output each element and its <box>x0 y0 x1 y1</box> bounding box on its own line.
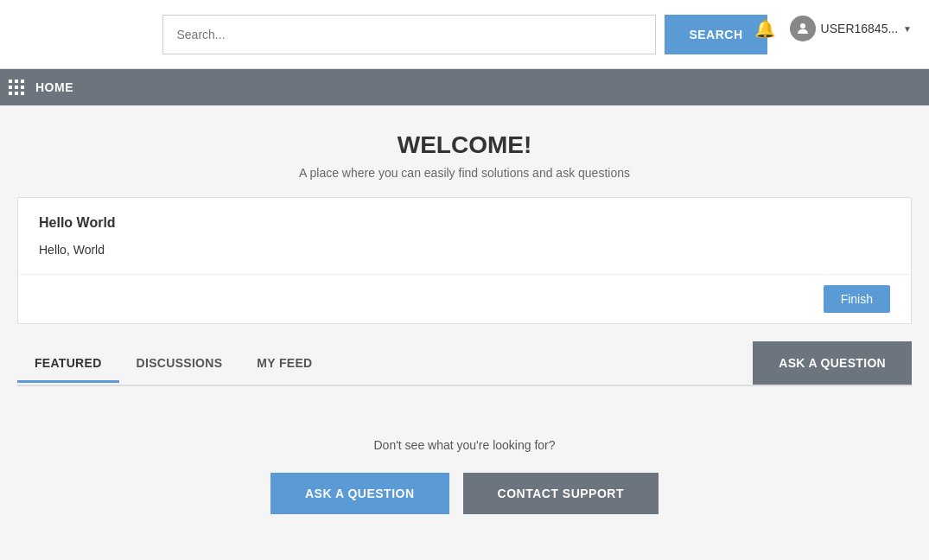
user-menu[interactable]: USER16845... ▼ <box>790 16 912 41</box>
bottom-ask-question-button[interactable]: ASK A QUESTION <box>270 473 449 514</box>
welcome-subtitle: A place where you can easily find soluti… <box>299 166 630 180</box>
navbar: HOME <box>0 69 929 105</box>
svg-point-0 <box>800 23 805 29</box>
user-label: USER16845... <box>821 22 899 35</box>
no-results-text: Don't see what you're looking for? <box>17 438 912 452</box>
bottom-buttons: ASK A QUESTION CONTACT SUPPORT <box>17 473 912 514</box>
main-content: WELCOME! A place where you can easily fi… <box>0 105 929 540</box>
bottom-section: Don't see what you're looking for? ASK A… <box>17 438 912 514</box>
finish-button[interactable]: Finish <box>824 285 890 313</box>
welcome-title: WELCOME! <box>398 131 532 159</box>
tab-discussions[interactable]: DISCUSSIONS <box>119 346 240 383</box>
grid-icon[interactable] <box>9 80 25 96</box>
nav-home[interactable]: HOME <box>35 80 73 94</box>
tabs-section: FEATURED DISCUSSIONS MY FEED ASK A QUEST… <box>17 341 912 386</box>
ask-question-button[interactable]: ASK A QUESTION <box>753 341 912 385</box>
chevron-down-icon: ▼ <box>903 24 912 34</box>
tabs-header: FEATURED DISCUSSIONS MY FEED ASK A QUEST… <box>17 341 912 386</box>
avatar <box>790 16 816 41</box>
contact-support-button[interactable]: CONTACT SUPPORT <box>463 473 659 514</box>
card-title: Hello World <box>39 215 890 231</box>
tabs-list: FEATURED DISCUSSIONS MY FEED <box>17 346 329 381</box>
announcement-card: Hello World Hello, World Finish <box>17 197 912 324</box>
search-button[interactable]: SEARCH <box>665 15 767 54</box>
search-input[interactable] <box>162 15 657 54</box>
notification-bell-icon[interactable]: 🔔 <box>754 18 776 39</box>
header: SEARCH 🔔 USER16845... ▼ <box>0 0 929 69</box>
tab-my-feed[interactable]: MY FEED <box>239 346 329 383</box>
tab-featured[interactable]: FEATURED <box>17 346 119 383</box>
card-text: Hello, World <box>39 243 890 257</box>
